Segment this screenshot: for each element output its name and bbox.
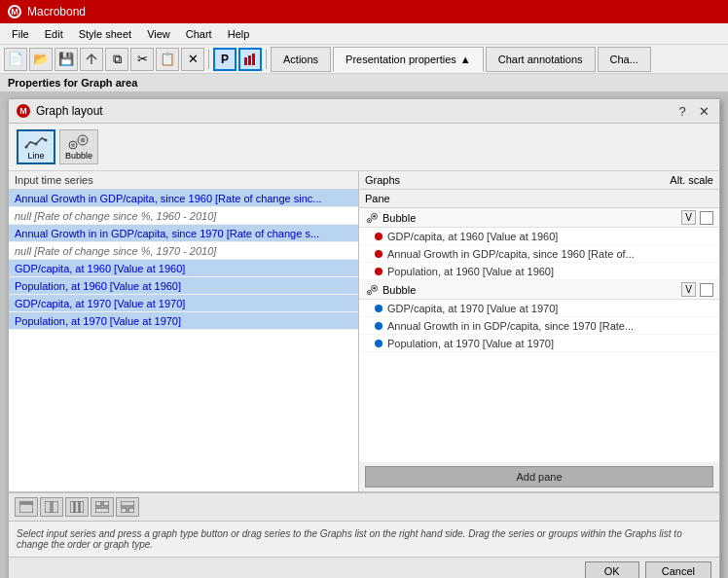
graph-series-item[interactable]: GDP/capita, at 1970 [Value at 1970] [359, 300, 719, 317]
pane-2-label: Bubble [382, 284, 677, 296]
toolbar-share-btn[interactable] [80, 48, 103, 71]
bottom-icon-bar [9, 492, 719, 522]
list-item[interactable]: GDP/capita, at 1970 [Value at 1970] [9, 295, 358, 312]
content-area: Input time series Annual Growth in GDP/c… [9, 171, 719, 492]
menu-view[interactable]: View [139, 26, 178, 42]
bottom-icon-btn-2[interactable] [40, 497, 63, 517]
dialog-title-left: M Graph layout [17, 104, 103, 118]
pane-section-2: Bubble V GDP/capita, at 1970 [Value at 1… [359, 280, 719, 352]
menu-edit[interactable]: Edit [37, 26, 71, 42]
series-text: GDP/capita, at 1960 [Value at 1960] [387, 231, 558, 242]
pane-1-checkbox[interactable] [700, 211, 713, 225]
svg-point-3 [25, 145, 28, 148]
menu-stylesheet[interactable]: Style sheet [71, 26, 139, 42]
svg-rect-0 [244, 57, 247, 65]
tab-chart-annotations[interactable]: Chart annotations [486, 47, 596, 72]
series-dot [375, 340, 382, 347]
bottom-icon-btn-5[interactable] [116, 497, 139, 517]
menu-bar: File Edit Style sheet View Chart Help [0, 23, 728, 45]
input-series-header: Input time series [9, 171, 358, 190]
graphs-header: Graphs Alt. scale [359, 171, 719, 190]
toolbar-save-btn[interactable]: 💾 [55, 48, 78, 71]
graph-series-item[interactable]: Population, at 1960 [Value at 1960] [359, 263, 719, 280]
graphs-list[interactable]: Bubble V GDP/capita, at 1960 [Value at 1… [359, 208, 719, 462]
menu-file[interactable]: File [4, 26, 37, 42]
bottom-icon-btn-3[interactable] [65, 497, 89, 517]
svg-rect-25 [95, 501, 101, 506]
series-text: Population, at 1960 [Value at 1960] [387, 266, 554, 277]
dialog-controls: ? ✕ [674, 103, 711, 119]
right-panel: Graphs Alt. scale Pane [359, 171, 719, 491]
svg-point-5 [45, 138, 48, 141]
svg-rect-24 [80, 501, 84, 513]
properties-bar: Properties for Graph area [0, 74, 728, 92]
graph-type-bar: Line Bubble [9, 124, 719, 171]
list-item[interactable]: Population, at 1970 [Value at 1970] [9, 312, 358, 330]
list-item[interactable]: GDP/capita, at 1960 [Value at 1960] [9, 260, 358, 277]
dialog-help-btn[interactable]: ? [674, 103, 690, 119]
svg-rect-18 [19, 504, 33, 513]
toolbar-copy-btn[interactable]: ⧉ [105, 48, 128, 71]
toolbar-separator-1 [208, 50, 209, 69]
svg-rect-19 [19, 501, 33, 504]
graph-type-line[interactable]: Line [17, 129, 55, 164]
list-item[interactable]: Annual Growth in in GDP/capita, since 19… [9, 225, 358, 242]
ok-button[interactable]: OK [585, 561, 639, 578]
pane-2-dropdown[interactable]: V [681, 282, 696, 297]
svg-rect-20 [45, 501, 51, 513]
list-item[interactable]: Annual Growth in GDP/capita, since 1960 … [9, 190, 358, 207]
svg-rect-26 [103, 501, 109, 506]
graph-series-item[interactable]: Population, at 1970 [Value at 1970] [359, 335, 719, 352]
bottom-icon-btn-4[interactable] [91, 497, 114, 517]
svg-rect-27 [95, 508, 109, 513]
graph-series-item[interactable]: GDP/capita, at 1960 [Value at 1960] [359, 228, 719, 245]
list-item[interactable]: null [Rate of change since %, 1970 - 201… [9, 242, 358, 260]
pane-section-1-header[interactable]: Bubble V [359, 208, 719, 228]
tab-more[interactable]: Cha... [598, 47, 651, 72]
dialog-title-bar: M Graph layout ? ✕ [9, 99, 719, 124]
graph-series-item[interactable]: Annual Growth in in GDP/capita, since 19… [359, 317, 719, 335]
pane-1-dropdown[interactable]: V [681, 210, 696, 225]
graph-type-bubble[interactable]: Bubble [59, 129, 98, 164]
menu-chart[interactable]: Chart [178, 26, 220, 42]
graph-series-item[interactable]: Annual Growth in GDP/capita, since 1960 … [359, 245, 719, 263]
dialog-app-icon: M [17, 104, 30, 118]
bottom-icon-btn-1[interactable] [15, 497, 38, 517]
toolbar-chart-btn[interactable] [238, 48, 262, 71]
toolbar-cut-btn[interactable]: ✂ [130, 48, 154, 71]
dialog-close-btn[interactable]: ✕ [696, 103, 711, 119]
svg-rect-23 [75, 501, 79, 513]
svg-rect-30 [128, 508, 134, 513]
graph-layout-dialog: M Graph layout ? ✕ Line [8, 98, 720, 578]
pane-section-2-header[interactable]: Bubble V [359, 280, 719, 300]
svg-point-15 [369, 291, 371, 293]
pane-bubble-icon [365, 211, 379, 225]
input-series-list[interactable]: Annual Growth in GDP/capita, since 1960 … [9, 190, 358, 491]
menu-help[interactable]: Help [220, 26, 258, 42]
pane-label: Pane [359, 190, 719, 208]
toolbar-p-btn[interactable]: P [213, 48, 237, 71]
toolbar-paste-btn[interactable]: 📋 [156, 48, 179, 71]
list-item[interactable]: Population, at 1960 [Value at 1960] [9, 277, 358, 295]
svg-point-4 [35, 142, 38, 145]
pane-section-1: Bubble V GDP/capita, at 1960 [Value at 1… [359, 208, 719, 280]
toolbar-new-btn[interactable]: 📄 [4, 48, 27, 71]
add-pane-btn[interactable]: Add pane [365, 466, 713, 488]
dialog-title: Graph layout [36, 104, 103, 118]
series-dot [375, 268, 382, 275]
tab-presentation[interactable]: Presentation properties ▲ [333, 47, 484, 72]
cancel-button[interactable]: Cancel [645, 561, 711, 578]
app-title: Macrobond [27, 5, 86, 18]
toolbar: 📄 📂 💾 ⧉ ✂ 📋 ✕ P Actions Presentation pro… [0, 45, 728, 74]
list-item[interactable]: null [Rate of change since %, 1960 - 201… [9, 207, 358, 225]
pane-2-checkbox[interactable] [700, 283, 713, 297]
left-panel: Input time series Annual Growth in GDP/c… [9, 171, 359, 491]
series-text: Population, at 1970 [Value at 1970] [387, 338, 554, 349]
series-text: GDP/capita, at 1970 [Value at 1970] [387, 303, 558, 314]
toolbar-open-btn[interactable]: 📂 [29, 48, 53, 71]
pane-1-label: Bubble [382, 212, 677, 224]
tab-actions[interactable]: Actions [271, 47, 331, 72]
toolbar-delete-btn[interactable]: ✕ [181, 48, 204, 71]
title-bar: M Macrobond [0, 0, 728, 23]
series-dot [375, 305, 382, 312]
